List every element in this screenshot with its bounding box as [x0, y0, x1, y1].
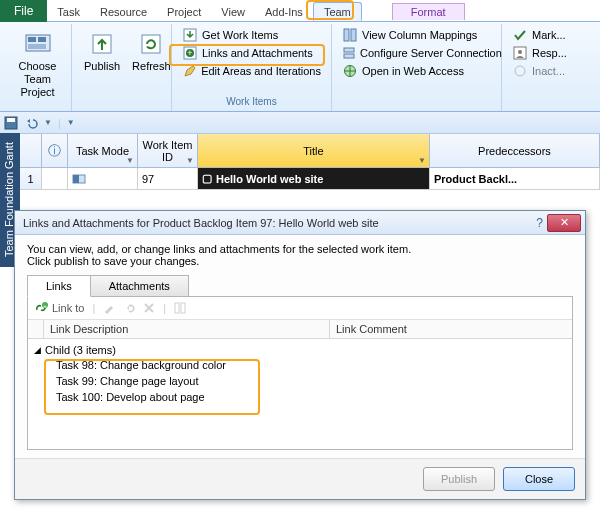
cell-info — [42, 168, 68, 189]
file-tab[interactable]: File — [0, 0, 47, 22]
delete-link-icon — [143, 302, 155, 314]
qat-dropdown-icon[interactable]: ▼ — [67, 118, 75, 127]
links-label: Links and Attachments — [202, 47, 313, 59]
configure-server-button[interactable]: Configure Server Connection — [338, 44, 495, 62]
col-predecessors[interactable]: Predeccessors — [430, 134, 600, 167]
dialog-titlebar[interactable]: Links and Attachments for Product Backlo… — [15, 211, 585, 235]
grid-header: ⓘ Task Mode▼ Work Item ID▼ Title▼ Predec… — [20, 134, 600, 168]
resp-label: Resp... — [532, 47, 567, 59]
svg-point-16 — [518, 50, 522, 54]
svg-rect-5 — [142, 35, 160, 53]
inact-icon — [512, 63, 528, 79]
edit-link-icon — [103, 302, 115, 314]
tab-task[interactable]: Task — [47, 3, 90, 20]
svg-rect-11 — [351, 29, 356, 41]
save-icon[interactable] — [4, 116, 18, 130]
choose-label: Choose Team Project — [16, 60, 59, 100]
svg-rect-21 — [73, 175, 79, 183]
columns-icon — [174, 302, 186, 314]
publish-icon — [86, 28, 118, 60]
col-rownum[interactable] — [20, 134, 42, 167]
get-items-icon — [182, 27, 198, 43]
check-icon — [512, 27, 528, 43]
tree-child[interactable]: Task 98: Change background color — [34, 357, 566, 373]
open-link-icon — [123, 302, 135, 314]
col-title[interactable]: Title▼ — [198, 134, 430, 167]
tab-project[interactable]: Project — [157, 3, 211, 20]
dropdown-icon: ▼ — [186, 156, 194, 165]
link-to-button[interactable]: + Link to — [34, 301, 84, 315]
refresh-button[interactable]: Refresh — [126, 26, 177, 75]
svg-text:+: + — [43, 303, 47, 309]
cfg-label: Configure Server Connection — [360, 47, 502, 59]
links-attachments-button[interactable]: + Links and Attachments — [178, 44, 325, 62]
globe-icon — [342, 63, 358, 79]
ribbon-tabs: File Task Resource Project View Add-Ins … — [0, 0, 600, 22]
get-items-label: Get Work Items — [202, 29, 278, 41]
mark-button[interactable]: Mark... — [508, 26, 572, 44]
col-link-comment[interactable]: Link Comment — [330, 320, 572, 338]
col-link-description[interactable]: Link Description — [44, 320, 330, 338]
grid-area: Team Foundation Gantt ⓘ Task Mode▼ Work … — [0, 134, 600, 200]
resp-button[interactable]: Resp... — [508, 44, 572, 62]
view-column-mappings-button[interactable]: View Column Mappings — [338, 26, 495, 44]
tab-links[interactable]: Links — [27, 275, 91, 297]
dialog-toolbar: + Link to | | — [28, 297, 572, 320]
svg-rect-24 — [175, 303, 179, 313]
open-web-button[interactable]: Open in Web Access — [338, 62, 495, 80]
svg-rect-2 — [38, 37, 46, 42]
info-icon: ⓘ — [48, 142, 61, 160]
tab-team[interactable]: Team — [313, 2, 362, 21]
dialog-title: Links and Attachments for Product Backlo… — [23, 217, 379, 229]
tree-child[interactable]: Task 100: Develop about page — [34, 389, 566, 405]
tab-attachments[interactable]: Attachments — [90, 275, 189, 297]
choose-team-project-button[interactable]: Choose Team Project — [10, 26, 65, 102]
pencil-icon — [182, 63, 197, 79]
undo-icon[interactable] — [24, 117, 38, 129]
dialog-intro1: You can view, add, or change links and a… — [27, 243, 573, 255]
tab-addins[interactable]: Add-Ins — [255, 3, 313, 20]
svg-text:+: + — [187, 48, 192, 58]
svg-rect-13 — [344, 54, 354, 58]
cell-title: ▢Hello World web site — [198, 168, 430, 189]
tree-parent[interactable]: ◢ Child (3 items) — [34, 343, 566, 357]
tab-view[interactable]: View — [211, 3, 255, 20]
dialog-intro2: Click publish to save your changes. — [27, 255, 573, 267]
inact-label: Inact... — [532, 65, 565, 77]
links-attachments-dialog: Links and Attachments for Product Backlo… — [14, 210, 586, 500]
cell-task-mode — [68, 168, 138, 189]
columns-icon — [342, 27, 358, 43]
collapse-icon[interactable]: ◢ — [34, 345, 41, 355]
mark-label: Mark... — [532, 29, 566, 41]
publish-button[interactable]: Publish — [78, 26, 126, 75]
svg-rect-10 — [344, 29, 349, 41]
group-label-workitems: Work Items — [178, 96, 325, 109]
col-task-mode[interactable]: Task Mode▼ — [68, 134, 138, 167]
tab-format[interactable]: Format — [392, 3, 465, 20]
table-row[interactable]: 1 97 ▢Hello World web site Product Backl… — [20, 168, 600, 190]
link-to-icon: + — [34, 301, 48, 315]
svg-rect-3 — [28, 44, 46, 49]
tree-child[interactable]: Task 99: Change page layout — [34, 373, 566, 389]
close-icon[interactable]: ✕ — [547, 214, 581, 232]
edit-areas-button[interactable]: Edit Areas and Iterations — [178, 62, 325, 80]
resp-icon — [512, 45, 528, 61]
undo-dropdown-icon[interactable]: ▼ — [44, 118, 52, 127]
refresh-label: Refresh — [132, 60, 171, 73]
vcm-label: View Column Mappings — [362, 29, 477, 41]
svg-point-17 — [515, 66, 525, 76]
inact-button[interactable]: Inact... — [508, 62, 572, 80]
tab-resource[interactable]: Resource — [90, 3, 157, 20]
publish-dialog-button[interactable]: Publish — [423, 467, 495, 491]
svg-rect-12 — [344, 48, 354, 52]
get-work-items-button[interactable]: Get Work Items — [178, 26, 325, 44]
close-dialog-button[interactable]: Close — [503, 467, 575, 491]
cell-work-item-id: 97 — [138, 168, 198, 189]
publish-label: Publish — [84, 60, 120, 73]
tree-parent-label: Child (3 items) — [45, 344, 116, 356]
help-icon[interactable]: ? — [536, 216, 543, 230]
col-work-item-id[interactable]: Work Item ID▼ — [138, 134, 198, 167]
row-number: 1 — [20, 168, 42, 189]
links-icon: + — [182, 45, 198, 61]
col-info[interactable]: ⓘ — [42, 134, 68, 167]
